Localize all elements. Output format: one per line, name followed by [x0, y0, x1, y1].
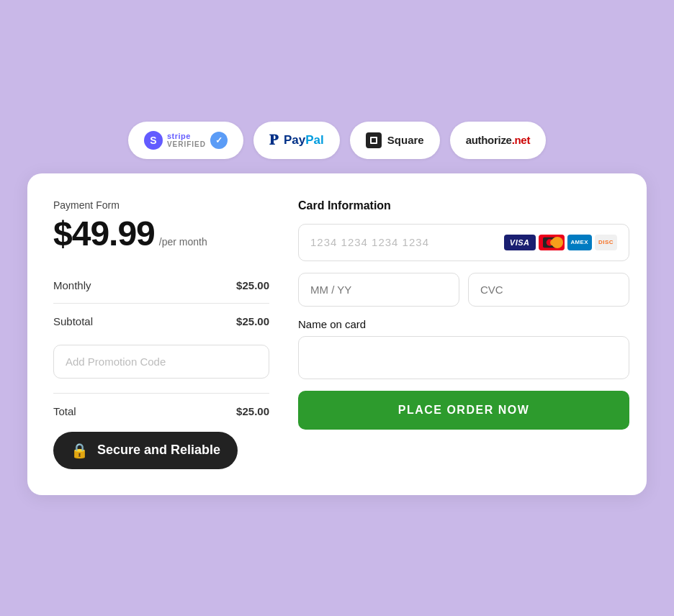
paypal-badge: 𝐏 PayPal	[253, 122, 340, 159]
divider-2	[53, 393, 269, 394]
expiry-input[interactable]	[298, 273, 459, 307]
page-wrapper: S stripe VERIFIED ✓ 𝐏 PayPal Square auth…	[27, 122, 647, 495]
subtotal-value: $25.00	[236, 315, 269, 327]
authorize-badge: authorize.net	[450, 122, 546, 159]
badges-row: S stripe VERIFIED ✓ 𝐏 PayPal Square auth…	[27, 122, 647, 159]
divider-1	[53, 303, 269, 304]
price-display: $49.99 /per month	[53, 214, 269, 253]
place-order-button[interactable]: PLACE ORDER NOW	[298, 391, 629, 430]
line-item-subtotal: Subtotal $25.00	[53, 307, 269, 336]
card-icons: VISA AMEX DISC	[504, 235, 617, 250]
right-section: Card Information 1234 1234 1234 1234 VIS…	[298, 199, 629, 469]
subtotal-label: Subtotal	[53, 315, 93, 327]
main-card: Payment Form $49.99 /per month Monthly $…	[27, 173, 647, 495]
line-item-monthly: Monthly $25.00	[53, 271, 269, 300]
total-row: Total $25.00	[53, 397, 269, 417]
left-section: Payment Form $49.99 /per month Monthly $…	[53, 199, 269, 469]
square-label: Square	[387, 134, 424, 146]
name-input[interactable]	[298, 336, 629, 379]
mastercard-svg	[543, 235, 560, 250]
stripe-verified: VERIFIED	[167, 140, 206, 148]
stripe-text: stripe VERIFIED	[167, 132, 206, 148]
square-badge: Square	[350, 122, 440, 159]
svg-rect-0	[543, 237, 560, 248]
square-inner	[370, 137, 377, 144]
paypal-label: PayPal	[284, 133, 324, 148]
cvc-input[interactable]	[468, 273, 629, 307]
paypal-p-icon: 𝐏	[269, 132, 278, 148]
total-label: Total	[53, 405, 76, 417]
monthly-label: Monthly	[53, 279, 91, 291]
authorize-label: authorize.net	[466, 134, 530, 146]
secure-label: Secure and Reliable	[97, 443, 220, 458]
card-number-field[interactable]: 1234 1234 1234 1234 VISA AMEX DISC	[298, 224, 629, 261]
visa-icon: VISA	[504, 235, 536, 250]
mastercard-icon	[539, 235, 565, 250]
expiry-cvc-row	[298, 273, 629, 307]
promo-input-wrapper[interactable]	[53, 345, 269, 379]
line-items: Monthly $25.00 Subtotal $25.00	[53, 271, 269, 336]
payment-form-label: Payment Form	[53, 199, 269, 211]
stripe-check-icon: ✓	[210, 132, 228, 149]
total-value: $25.00	[236, 405, 269, 417]
name-label: Name on card	[298, 318, 629, 330]
stripe-badge: S stripe VERIFIED ✓	[128, 122, 243, 159]
svg-point-1	[546, 239, 552, 245]
stripe-s-icon: S	[144, 131, 163, 150]
lock-icon: 🔒	[71, 442, 89, 459]
promo-code-input[interactable]	[53, 345, 269, 379]
price-amount: $49.99	[53, 214, 155, 253]
name-section: Name on card	[298, 318, 629, 379]
stripe-name: stripe	[167, 132, 206, 140]
price-period: /per month	[159, 236, 207, 248]
discover-icon: DISC	[595, 235, 617, 250]
amex-icon: AMEX	[567, 235, 592, 250]
secure-badge: 🔒 Secure and Reliable	[53, 432, 238, 469]
svg-point-2	[550, 239, 557, 245]
square-icon	[366, 132, 382, 148]
card-number-placeholder: 1234 1234 1234 1234	[310, 236, 429, 248]
monthly-value: $25.00	[236, 279, 269, 291]
card-info-label: Card Information	[298, 199, 629, 212]
name-spacer	[298, 330, 629, 336]
